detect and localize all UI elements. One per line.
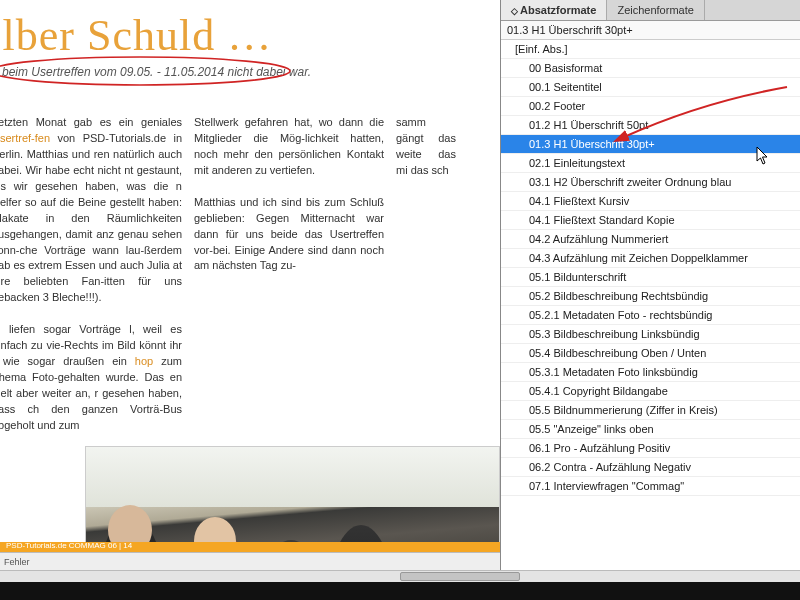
style-item[interactable]: 05.2.1 Metadaten Foto - rechtsbündig [501,306,800,325]
body-text: samm gängt das weite das mi das sch [396,116,456,176]
body-text: von PSD-Tutorials.de in Berlin. Matthias… [0,132,182,303]
style-item[interactable]: 05.4 Bildbeschreibung Oben / Unten [501,344,800,363]
body-text: Letzten Monat gab es ein geniales [0,116,182,128]
tab-character-styles[interactable]: Zeichenformate [607,0,704,20]
status-bar: Fehler [0,552,500,570]
style-item[interactable]: 05.4.1 Copyright Bildangabe [501,382,800,401]
tab-paragraph-styles[interactable]: ◇Absatzformate [501,0,607,20]
page-footer-text: PSD-Tutorials.de COMMAG 06 | 14 [6,541,132,550]
style-item[interactable]: 04.1 Fließtext Kursiv [501,192,800,211]
scrollbar-thumb[interactable] [400,572,520,581]
style-item[interactable]: 01.2 H1 Überschrift 50pt [501,116,800,135]
body-text: Matthias und ich sind bis zum Schluß geb… [194,196,384,272]
style-item[interactable]: 03.1 H2 Überschrift zweiter Ordnung blau [501,173,800,192]
style-item[interactable]: 00 Basisformat [501,59,800,78]
style-item[interactable]: 00.2 Footer [501,97,800,116]
style-item[interactable]: 06.2 Contra - Aufzählung Negativ [501,458,800,477]
subheadline[interactable]: beim Usertreffen vom 09.05. - 11.05.2014… [0,65,492,79]
panel-tabs: ◇Absatzformate Zeichenformate [501,0,800,21]
window-frame-bottom [0,582,800,600]
paragraph-styles-panel: ◇Absatzformate Zeichenformate 01.3 H1 Üb… [500,0,800,570]
style-list[interactable]: [Einf. Abs.]00 Basisformat00.1 Seitentit… [501,40,800,570]
inline-link: hop [135,355,153,367]
style-item[interactable]: 05.3 Bildbeschreibung Linksbündig [501,325,800,344]
style-item[interactable]: 04.2 Aufzählung Nummeriert [501,230,800,249]
document-preview: elber Schuld … beim Usertreffen vom 09.0… [0,0,500,570]
horizontal-scrollbar[interactable] [0,570,800,582]
style-item[interactable]: 04.1 Fließtext Standard Kopie [501,211,800,230]
inline-link: Usertref-fen [0,132,50,144]
style-item[interactable]: 05.2 Bildbeschreibung Rechtsbündig [501,287,800,306]
style-item[interactable]: 05.3.1 Metadaten Foto linksbündig [501,363,800,382]
style-item[interactable]: 05.5 Bildnummerierung (Ziffer in Kreis) [501,401,800,420]
sort-icon: ◇ [511,6,518,16]
style-item[interactable]: 01.3 H1 Überschrift 30pt+ [501,135,800,154]
tab-label: Absatzformate [520,4,596,16]
style-item[interactable]: 02.1 Einleitungstext [501,154,800,173]
style-item[interactable]: 07.1 Interviewfragen "Commag" [501,477,800,496]
headline-h1[interactable]: elber Schuld … [0,10,492,61]
body-text: Stellwerk gefahren hat, wo dann die Mitg… [194,116,384,176]
style-item[interactable]: 04.3 Aufzählung mit Zeichen Doppelklamme… [501,249,800,268]
style-item[interactable]: 00.1 Seitentitel [501,78,800,97]
style-item[interactable]: 06.1 Pro - Aufzählung Positiv [501,439,800,458]
style-item[interactable]: 05.5 "Anzeige" links oben [501,420,800,439]
style-item[interactable]: 05.1 Bildunterschrift [501,268,800,287]
body-text-columns[interactable]: Letzten Monat gab es ein geniales Usertr… [0,115,492,434]
status-errors[interactable]: Fehler [4,557,30,567]
current-style-display: 01.3 H1 Überschrift 30pt+ [501,21,800,40]
style-item[interactable]: [Einf. Abs.] [501,40,800,59]
